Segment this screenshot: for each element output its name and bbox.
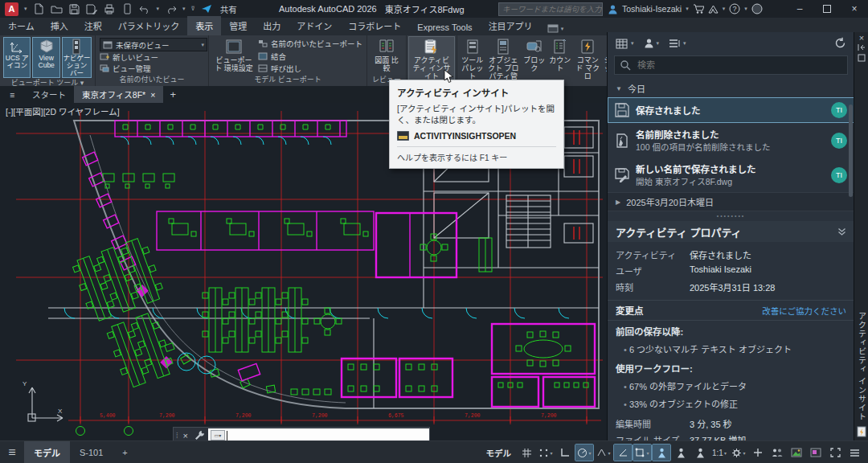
annotation-monitor-button[interactable] <box>749 445 767 461</box>
isodraft-toggle[interactable]: ▾ <box>595 445 612 461</box>
activity-item-saved[interactable]: 保存されました TI <box>608 97 854 123</box>
splitter-handle[interactable]: •••••••• <box>608 211 854 221</box>
model-tab[interactable]: モデル <box>24 441 70 463</box>
model-space-button[interactable]: モデル <box>481 445 517 461</box>
app-menu-button[interactable]: A <box>5 2 18 16</box>
tab-collaborate[interactable]: コラボレート <box>340 16 409 35</box>
wrench-icon[interactable] <box>194 430 205 440</box>
units-button[interactable] <box>768 445 786 461</box>
graphics-performance-button[interactable] <box>788 445 805 461</box>
event-filter-button[interactable]: ▾ <box>669 39 686 48</box>
redo-caret-icon[interactable]: ▾ <box>182 6 186 12</box>
join-viewports-button[interactable]: 結合 <box>258 51 362 62</box>
help-icon[interactable]: ? <box>729 3 740 14</box>
tab-manage[interactable]: 管理 <box>221 16 255 35</box>
group-older-date[interactable]: ▶ 2025年3月20日木曜日 <box>608 192 854 211</box>
notification-icon[interactable] <box>751 3 763 14</box>
new-view-button[interactable]: 新しいビュー <box>100 51 207 63</box>
tab-drawing-close-icon[interactable]: × <box>150 90 155 100</box>
file-tab-menu-icon[interactable]: ≡ <box>0 86 24 103</box>
new-drawing-tab-button[interactable]: + <box>163 86 182 103</box>
command-line-close-icon[interactable]: × <box>180 431 191 440</box>
tab-parametric[interactable]: パラメトリック <box>110 16 188 35</box>
minimize-button[interactable]: – <box>786 0 813 18</box>
activity-search[interactable] <box>614 55 848 75</box>
workspace-switching-button[interactable]: ▾ <box>730 445 747 461</box>
named-viewports-button[interactable]: 名前の付いたビューポート <box>258 38 362 49</box>
close-button[interactable]: × <box>841 0 868 18</box>
activity-item-purged[interactable]: 名前削除されました 100 個の項目が名前削除されました TI <box>608 123 854 158</box>
customization-button[interactable] <box>845 445 863 461</box>
save-as-icon[interactable] <box>86 3 98 15</box>
clean-screen-button[interactable] <box>826 445 844 461</box>
view-cube-toggle[interactable]: View Cube <box>32 37 59 78</box>
command-recent-icon[interactable]: ▭▾ <box>211 430 225 440</box>
restore-viewports-button[interactable]: 呼び出し <box>258 63 362 74</box>
object-snap-tracking-toggle[interactable] <box>614 445 632 461</box>
autodesk-logo-icon[interactable] <box>708 5 719 14</box>
tab-start[interactable]: スタート <box>24 86 74 103</box>
layout-tab-s101[interactable]: S-101 <box>70 441 113 463</box>
plot-icon[interactable] <box>104 3 116 15</box>
viewport-config-button[interactable]: ビューポート 環境設定 <box>211 37 256 75</box>
undo-caret-icon[interactable]: ▾ <box>157 6 160 12</box>
ribbon-display-toggle[interactable]: ▾ <box>547 24 564 35</box>
undo-icon[interactable] <box>139 3 151 15</box>
command-macros-button[interactable]: コマンド マクロ <box>573 37 602 89</box>
collapse-section-icon[interactable] <box>837 227 846 236</box>
panel-title-named-views[interactable]: 名前の付いたビュー <box>96 75 208 86</box>
share-label[interactable]: 共有 <box>220 3 237 15</box>
tab-insert[interactable]: 挿入 <box>43 16 76 35</box>
refresh-button[interactable] <box>834 37 846 49</box>
polar-tracking-toggle[interactable]: ▾ <box>575 445 593 461</box>
help-search-input[interactable] <box>499 5 605 14</box>
user-caret-icon[interactable]: ▾ <box>686 6 689 12</box>
view-manager-button[interactable]: ビュー管理 <box>100 63 207 74</box>
layout-menu-icon[interactable]: ≡ <box>0 445 24 460</box>
cart-icon[interactable] <box>693 4 704 14</box>
user-filter-button[interactable]: ▾ <box>644 38 660 48</box>
help-caret-icon[interactable]: ▾ <box>744 6 747 12</box>
annotation-scale-sync-toggle[interactable] <box>691 445 709 461</box>
object-snap-toggle[interactable]: ▾ <box>633 445 651 461</box>
tab-output[interactable]: 出力 <box>255 16 289 35</box>
date-filter-button[interactable]: ▾ <box>616 38 634 49</box>
navigation-bar-toggle[interactable]: ナビゲーション バー <box>62 37 92 78</box>
activity-search-input[interactable] <box>636 59 842 71</box>
group-today[interactable]: ▼ 今日 <box>608 80 854 97</box>
tab-annotate[interactable]: 注釈 <box>76 16 110 35</box>
feedback-link[interactable]: 改善にご協力ください <box>762 305 846 317</box>
tab-featured-apps[interactable]: 注目アプリ <box>481 16 541 35</box>
palette-properties-icon[interactable] <box>858 54 866 62</box>
viewport-controls-label[interactable]: [-][平面図][2D ワイヤフレーム] <box>6 105 120 117</box>
restore-button[interactable] <box>813 0 841 18</box>
qat-customize-icon[interactable]: ⊽ <box>191 6 195 12</box>
autodesk-caret-icon[interactable]: ▾ <box>723 6 726 12</box>
help-search[interactable] <box>498 2 603 16</box>
drawing-compare-button[interactable]: 図面 比較 <box>370 37 403 75</box>
annotation-autoscale-toggle[interactable] <box>672 445 690 461</box>
new-file-icon[interactable] <box>33 3 45 15</box>
isolate-objects-button[interactable] <box>807 445 825 461</box>
palette-close-icon[interactable]: × <box>859 32 864 43</box>
activity-properties-header[interactable]: アクティビティ プロパティ <box>608 221 854 242</box>
snap-toggle[interactable]: ▾ <box>537 445 555 461</box>
auto-hide-icon[interactable] <box>858 43 866 51</box>
new-layout-button[interactable]: + <box>113 441 137 463</box>
mobile-icon[interactable] <box>121 3 133 15</box>
annotation-visibility-toggle[interactable] <box>653 445 670 461</box>
redo-icon[interactable] <box>165 3 177 15</box>
command-line-grip[interactable]: ⁞ <box>174 432 180 440</box>
activity-item-saved-as[interactable]: 新しい名前で保存されました 開始 東京オフィス8F.dwg TI <box>608 158 854 192</box>
panel-title-viewport-tools[interactable]: ビューポート ツール ▾ <box>0 78 95 86</box>
save-icon[interactable] <box>68 3 80 15</box>
tab-home[interactable]: ホーム <box>0 16 43 35</box>
panel-title-model-viewports[interactable]: モデル ビューポート <box>209 75 366 86</box>
app-menu-caret-icon[interactable]: ▾ <box>24 6 27 12</box>
ucs-icon-toggle[interactable]: UCS アイコン <box>3 37 31 78</box>
share-icon[interactable] <box>201 3 213 15</box>
open-file-icon[interactable] <box>51 3 63 15</box>
user-icon[interactable] <box>608 4 618 14</box>
tab-drawing[interactable]: 東京オフィス8F* × <box>74 86 163 103</box>
grid-toggle[interactable] <box>518 445 535 461</box>
